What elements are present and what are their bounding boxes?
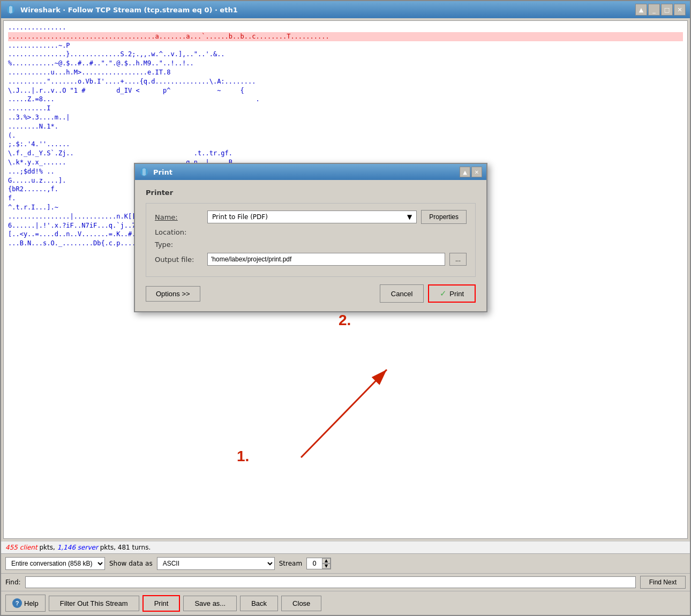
dialog-icon <box>139 167 149 177</box>
restore-button[interactable]: □ <box>661 4 673 16</box>
printer-section-label: Printer <box>146 189 476 197</box>
name-label: Name: <box>155 213 203 221</box>
annotation-step2: 2. <box>339 312 351 329</box>
type-row: Type: <box>155 241 467 249</box>
location-label: Location: <box>155 228 203 236</box>
main-window: Wireshark · Follow TCP Stream (tcp.strea… <box>0 0 691 616</box>
dialog-title-bar: Print ▲ ✕ <box>135 164 486 180</box>
output-file-label: Output file: <box>155 256 203 264</box>
wireshark-icon <box>5 4 16 15</box>
dialog-title-left: Print <box>139 167 172 177</box>
print-dialog-label: Print <box>449 290 464 298</box>
browse-button[interactable]: ... <box>449 253 467 266</box>
checkmark-icon: ✓ <box>440 289 447 298</box>
printer-name-value: Print to File (PDF) <box>212 213 268 221</box>
annotation-arrow <box>1 18 690 615</box>
print-dialog-button[interactable]: ✓ Print <box>428 284 476 303</box>
output-file-input[interactable] <box>207 253 445 266</box>
svg-line-1 <box>301 370 387 457</box>
name-row: Name: Print to File (PDF) ▼ Properties <box>155 210 467 224</box>
minimize-button[interactable]: ▲ <box>635 4 647 16</box>
main-inner: ............... ........................… <box>1 18 690 615</box>
title-bar: Wireshark · Follow TCP Stream (tcp.strea… <box>1 1 690 18</box>
cancel-button[interactable]: Cancel <box>380 284 424 303</box>
dialog-title-text: Print <box>153 168 172 176</box>
maximize-button[interactable]: _ <box>648 4 660 16</box>
print-dialog: Print ▲ ✕ Printer Name: <box>134 163 487 312</box>
dialog-overlay: Print ▲ ✕ Printer Name: <box>1 18 690 615</box>
window-title: Wireshark · Follow TCP Stream (tcp.strea… <box>20 6 238 14</box>
annotation-step1: 1. <box>237 448 249 465</box>
output-file-row: Output file: ... <box>155 253 467 266</box>
close-button[interactable]: ✕ <box>674 4 686 16</box>
dialog-title-controls: ▲ ✕ <box>460 167 482 177</box>
dialog-minimize-button[interactable]: ▲ <box>460 167 470 177</box>
printer-name-dropdown[interactable]: Print to File (PDF) ▼ <box>207 211 417 223</box>
dropdown-arrow-icon: ▼ <box>407 213 412 221</box>
dialog-action-row: Options >> Cancel ✓ Print <box>146 284 476 303</box>
dialog-close-button[interactable]: ✕ <box>471 167 482 177</box>
title-bar-controls: ▲ _ □ ✕ <box>635 4 686 16</box>
action-buttons: Cancel ✓ Print <box>380 284 476 303</box>
location-row: Location: <box>155 228 467 236</box>
title-bar-left: Wireshark · Follow TCP Stream (tcp.strea… <box>5 4 238 15</box>
properties-button[interactable]: Properties <box>421 210 467 224</box>
options-button[interactable]: Options >> <box>146 286 200 302</box>
type-label: Type: <box>155 241 203 249</box>
dialog-body: Printer Name: Print to File (PDF) ▼ Prop… <box>135 180 486 311</box>
